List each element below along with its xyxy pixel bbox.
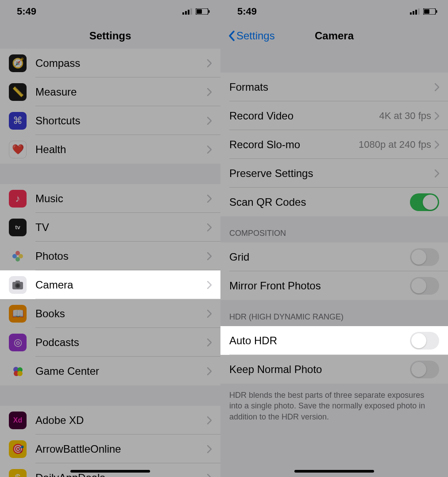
row-label: Music	[35, 192, 207, 205]
row-label: Auto HDR	[229, 335, 410, 347]
measure-icon: 📏	[9, 83, 27, 101]
camera-icon	[9, 276, 27, 294]
chevron-right-icon	[207, 59, 212, 67]
scan-qr-toggle[interactable]	[410, 193, 439, 211]
nav-bar: Settings	[0, 23, 220, 49]
chevron-right-icon	[435, 112, 439, 120]
camera-settings-list[interactable]: FormatsRecord Video4K at 30 fpsRecord Sl…	[220, 49, 448, 477]
settings-row-photos[interactable]: Photos	[0, 242, 220, 270]
svg-rect-3	[190, 8, 192, 15]
mirror-front-toggle[interactable]	[410, 277, 439, 295]
row-label: Game Center	[35, 365, 207, 377]
chevron-right-icon	[207, 88, 212, 96]
row-auto-hdr[interactable]: Auto HDR	[220, 326, 448, 355]
svg-rect-25	[436, 10, 437, 13]
chevron-right-icon	[207, 445, 212, 453]
signal-icon	[182, 8, 193, 15]
row-record-slomo[interactable]: Record Slo-mo1080p at 240 fps	[220, 130, 448, 159]
svg-rect-1	[185, 11, 187, 15]
photos-icon	[9, 247, 27, 265]
section-footer: HDR blends the best parts of three separ…	[220, 384, 448, 427]
books-icon: 📖	[9, 305, 27, 323]
tv-icon: tv	[9, 219, 27, 236]
chevron-right-icon	[207, 146, 212, 154]
status-time: 5:49	[237, 6, 257, 17]
status-time: 5:49	[17, 6, 36, 17]
row-mirror-front[interactable]: Mirror Front Photos	[220, 271, 448, 300]
row-label: Measure	[35, 86, 207, 98]
settings-row-shortcuts[interactable]: ⌘Shortcuts	[0, 106, 220, 135]
back-label: Settings	[236, 30, 275, 42]
row-grid[interactable]: Grid	[220, 242, 448, 271]
row-label: Keep Normal Photo	[229, 363, 410, 376]
svg-rect-19	[410, 12, 412, 15]
status-bar: 5:49	[0, 0, 220, 23]
settings-row-books[interactable]: 📖Books	[0, 299, 220, 328]
podcasts-icon: ◎	[9, 334, 27, 351]
settings-row-measure[interactable]: 📏Measure	[0, 77, 220, 106]
svg-rect-0	[182, 12, 184, 15]
chevron-right-icon	[207, 367, 212, 375]
page-title: Camera	[315, 30, 354, 42]
chevron-right-icon	[207, 281, 212, 289]
music-icon: ♪	[9, 190, 27, 208]
row-label: Books	[35, 308, 207, 320]
chevron-right-icon	[435, 141, 439, 149]
row-label: Record Slo-mo	[229, 138, 359, 151]
compass-icon: 🧭	[9, 54, 27, 72]
settings-row-compass[interactable]: 🧭Compass	[0, 49, 220, 77]
svg-rect-21	[415, 10, 417, 15]
signal-icon	[410, 8, 421, 15]
settings-row-camera[interactable]: Camera	[0, 270, 220, 299]
back-button[interactable]: Settings	[228, 30, 275, 42]
row-keep-normal[interactable]: Keep Normal Photo	[220, 355, 448, 384]
row-scan-qr[interactable]: Scan QR Codes	[220, 188, 448, 216]
row-label: TV	[35, 221, 207, 234]
settings-row-music[interactable]: ♪Music	[0, 184, 220, 213]
row-record-video[interactable]: Record Video4K at 30 fps	[220, 101, 448, 130]
svg-rect-12	[15, 281, 20, 283]
svg-point-14	[16, 284, 19, 287]
game-center-icon	[9, 362, 27, 380]
svg-rect-24	[424, 9, 429, 14]
battery-icon	[196, 8, 210, 15]
arrowbattle-icon: 🎯	[9, 440, 27, 458]
chevron-right-icon	[207, 223, 212, 231]
row-label: Shortcuts	[35, 115, 207, 127]
row-label: Mirror Front Photos	[229, 280, 410, 292]
settings-screen: 5:49 Settings 🧭Compass📏Measure⌘Shortcuts…	[0, 0, 220, 477]
status-bar: 5:49	[220, 0, 448, 23]
row-label: Adobe XD	[35, 414, 207, 427]
settings-row-podcasts[interactable]: ◎Podcasts	[0, 328, 220, 357]
shortcuts-icon: ⌘	[9, 112, 27, 130]
chevron-right-icon	[207, 252, 212, 260]
auto-hdr-toggle[interactable]	[410, 332, 439, 350]
home-indicator[interactable]	[70, 470, 150, 473]
section-header: HDR (HIGH DYNAMIC RANGE)	[220, 300, 448, 326]
grid-toggle[interactable]	[410, 248, 439, 266]
chevron-right-icon	[207, 117, 212, 125]
row-preserve-settings[interactable]: Preserve Settings	[220, 159, 448, 188]
row-formats[interactable]: Formats	[220, 73, 448, 101]
chevron-left-icon	[228, 31, 236, 41]
svg-point-10	[12, 254, 17, 258]
svg-rect-20	[413, 11, 414, 15]
row-label: Photos	[35, 250, 207, 262]
svg-rect-6	[209, 10, 210, 13]
health-icon: ❤️	[9, 141, 27, 158]
row-detail: 1080p at 240 fps	[359, 139, 431, 150]
keep-normal-toggle[interactable]	[410, 361, 439, 378]
adobe-xd-icon: Xd	[9, 412, 27, 429]
chevron-right-icon	[207, 195, 212, 203]
settings-row-game-center[interactable]: Game Center	[0, 357, 220, 385]
svg-rect-5	[197, 9, 202, 14]
home-indicator[interactable]	[294, 470, 374, 473]
settings-row-arrowbattle[interactable]: 🎯ArrowBattleOnline	[0, 435, 220, 463]
row-label: Compass	[35, 57, 207, 69]
settings-row-adobe-xd[interactable]: XdAdobe XD	[0, 406, 220, 435]
row-label: Scan QR Codes	[229, 196, 410, 208]
settings-list[interactable]: 🧭Compass📏Measure⌘Shortcuts❤️Health♪Music…	[0, 49, 220, 477]
settings-row-tv[interactable]: tvTV	[0, 213, 220, 242]
settings-row-health[interactable]: ❤️Health	[0, 135, 220, 164]
row-label: Health	[35, 143, 207, 156]
